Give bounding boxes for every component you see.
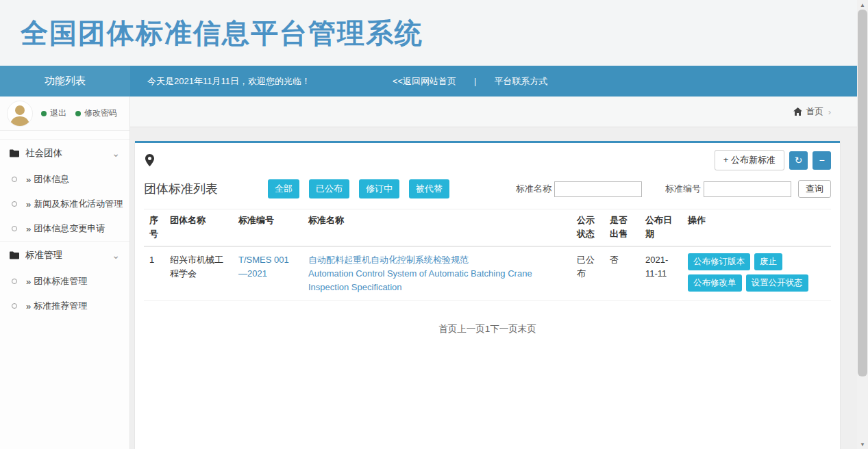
standard-name-input[interactable]: [554, 181, 642, 197]
breadcrumb-arrow-icon: ›: [828, 107, 831, 117]
sidebar: 退出 修改密码 社会团体 ⌄: [0, 97, 130, 449]
sidebar-group-social-org[interactable]: 社会团体 ⌄: [0, 139, 129, 167]
subitem-arrow-icon: »: [26, 175, 31, 185]
sidebar-menu: 社会团体 ⌄ » 团体信息 » 新闻及标准化活动管理 » 团体信息变更申请: [0, 131, 129, 318]
topbar-divider: |: [474, 76, 476, 86]
standard-code-input[interactable]: [704, 181, 791, 197]
standard-name-zh-link[interactable]: 自动配料起重机自动化控制系统检验规范: [308, 253, 566, 267]
table-row: 1 绍兴市机械工程学会 T/SMES 001—2021 自动配料起重机自动化控制…: [144, 246, 831, 301]
standard-code-link[interactable]: T/SMES 001—2021: [238, 255, 289, 279]
pagination-last[interactable]: 末页: [518, 324, 536, 334]
folder-icon: [10, 149, 19, 157]
vertical-scrollbar[interactable]: ▲ ▼: [857, 0, 868, 449]
scrollbar-thumb[interactable]: [858, 10, 867, 376]
query-button[interactable]: 查询: [798, 180, 831, 198]
status-dot-icon: [75, 111, 81, 116]
standard-name-en-link[interactable]: Automation Control System of Automatic B…: [308, 267, 566, 294]
pagination-next[interactable]: 下一页: [490, 324, 518, 334]
circle-o-icon: [12, 279, 17, 284]
filter-published-button[interactable]: 已公布: [309, 179, 349, 198]
filter-all-button[interactable]: 全部: [268, 179, 299, 198]
sidebar-item-news-activity-mgmt[interactable]: » 新闻及标准化活动管理: [0, 192, 129, 216]
filter-revising-button[interactable]: 修订中: [359, 179, 399, 198]
col-header-index: 序号: [144, 209, 164, 247]
change-password-link[interactable]: 修改密码: [75, 107, 117, 119]
logout-link[interactable]: 退出: [41, 107, 66, 119]
sidebar-item-standard-recommend-mgmt[interactable]: » 标准推荐管理: [0, 294, 129, 318]
publish-new-standard-button[interactable]: + 公布新标准: [715, 150, 784, 170]
pagination-first[interactable]: 首页: [438, 324, 457, 334]
refresh-button[interactable]: ↻: [789, 151, 808, 170]
sidebar-menu-header: 功能列表: [0, 66, 130, 97]
status-dot-icon: [41, 111, 47, 116]
search-group: 标准名称 标准编号 查询: [516, 180, 831, 198]
col-header-name: 标准名称: [303, 209, 571, 247]
change-password-label: 修改密码: [84, 107, 117, 119]
col-header-code: 标准编号: [233, 209, 303, 247]
col-header-status: 公示状态: [571, 209, 604, 247]
panel-title: 团体标准列表: [144, 181, 218, 197]
sidebar-item-org-info-change-request[interactable]: » 团体信息变更申请: [0, 216, 129, 241]
chevron-down-icon: ⌄: [112, 150, 120, 157]
filter-superseded-button[interactable]: 被代替: [409, 179, 449, 198]
sidebar-item-label: 团体信息: [34, 173, 69, 185]
home-icon: [793, 107, 802, 116]
scroll-down-arrow-icon[interactable]: ▼: [857, 439, 868, 449]
circle-o-icon: [12, 303, 17, 309]
main-area: 首页 › + 公布新标准 ↻ −: [130, 97, 857, 449]
group-label: 标准管理: [25, 249, 62, 261]
collapse-button[interactable]: −: [813, 151, 831, 170]
cell-status: 已公布: [571, 246, 604, 301]
standard-name-label: 标准名称: [516, 183, 551, 195]
toolbar-buttons: + 公布新标准 ↻ −: [715, 150, 831, 170]
publish-amendment-button[interactable]: 公布修改单: [688, 274, 742, 292]
subitem-arrow-icon: »: [26, 301, 31, 311]
publish-new-label: 公布新标准: [731, 155, 776, 165]
refresh-icon: ↻: [795, 155, 803, 166]
breadcrumb: 首页 ›: [130, 97, 857, 127]
scroll-up-arrow-icon[interactable]: ▲: [857, 0, 868, 10]
menu-header-label: 功能列表: [45, 75, 86, 88]
publish-revision-button[interactable]: 公布修订版本: [688, 253, 750, 270]
chevron-down-icon: ⌄: [112, 252, 120, 259]
breadcrumb-home[interactable]: 首页: [806, 106, 823, 118]
folder-icon: [10, 251, 19, 259]
cell-publish-date: 2021-11-11: [640, 246, 682, 301]
pagination-prev[interactable]: 上一页: [457, 324, 485, 334]
circle-o-icon: [12, 201, 17, 207]
abolish-button[interactable]: 废止: [754, 253, 782, 270]
sidebar-item-group-standard-mgmt[interactable]: » 团体标准管理: [0, 269, 129, 294]
col-header-org: 团体名称: [164, 209, 233, 247]
sidebar-item-label: 新闻及标准化活动管理: [34, 198, 123, 210]
set-public-status-button[interactable]: 设置公开状态: [746, 274, 808, 292]
topbar-right: 今天是2021年11月11日，欢迎您的光临！ <<返回网站首页 | 平台联系方式: [130, 66, 857, 97]
col-header-publish-date: 公布日期: [640, 209, 682, 247]
avatar: [7, 101, 33, 127]
circle-o-icon: [12, 177, 17, 182]
panel-toolbar: + 公布新标准 ↻ −: [144, 150, 831, 170]
user-links: 退出 修改密码: [41, 107, 117, 119]
plus-icon: +: [723, 155, 729, 165]
status-filters: 全部 已公布 修订中 被代替: [268, 179, 449, 198]
app-title: 全国团体标准信息平台管理系统: [21, 14, 423, 52]
subitem-arrow-icon: »: [26, 199, 31, 209]
sidebar-item-label: 团体信息变更申请: [34, 222, 105, 235]
sidebar-item-label: 标准推荐管理: [34, 300, 87, 312]
user-panel: 退出 修改密码: [0, 97, 129, 131]
cell-index: 1: [144, 246, 164, 301]
platform-contact-link[interactable]: 平台联系方式: [495, 75, 548, 88]
logout-label: 退出: [50, 107, 66, 119]
back-home-link[interactable]: <<返回网站首页: [393, 75, 456, 88]
content: + 公布新标准 ↻ − 团体标准列表 全部 已公布 修订中 被代替: [130, 127, 857, 449]
standards-table: 序号 团体名称 标准编号 标准名称 公示状态 是否出售 公布日期 操作: [144, 209, 831, 301]
list-header-row: 团体标准列表 全部 已公布 修订中 被代替 标准名称 标准编号 查: [144, 179, 831, 198]
site-header: 全国团体标准信息平台管理系统: [0, 0, 857, 66]
subitem-arrow-icon: »: [26, 277, 31, 287]
sidebar-group-standard-mgmt[interactable]: 标准管理 ⌄: [0, 241, 129, 269]
cell-org: 绍兴市机械工程学会: [164, 246, 233, 301]
standard-code-label: 标准编号: [665, 183, 701, 195]
standard-list-panel: + 公布新标准 ↻ − 团体标准列表 全部 已公布 修订中 被代替: [135, 141, 840, 449]
welcome-text: 今天是2021年11月11日，欢迎您的光临！: [147, 75, 310, 88]
circle-o-icon: [12, 226, 17, 231]
sidebar-item-org-info[interactable]: » 团体信息: [0, 167, 129, 192]
